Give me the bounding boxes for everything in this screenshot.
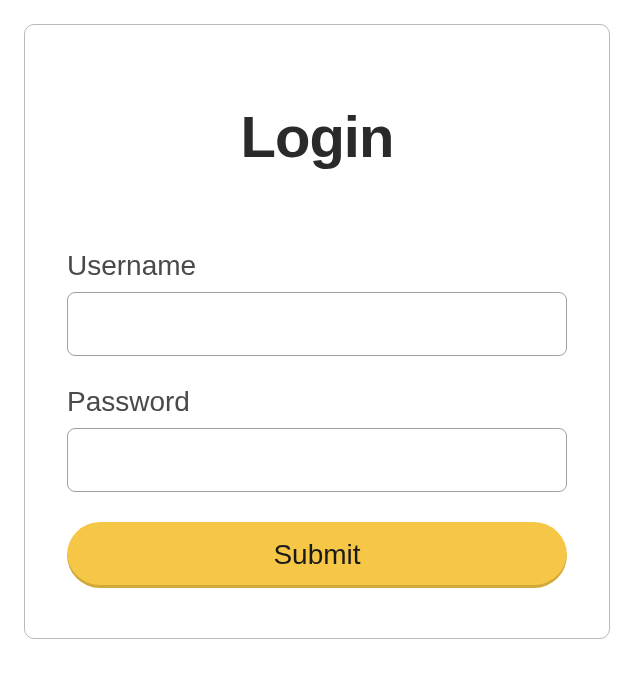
password-label: Password (67, 386, 567, 418)
username-label: Username (67, 250, 567, 282)
password-input[interactable] (67, 428, 567, 492)
submit-button[interactable]: Submit (67, 522, 567, 588)
page-title: Login (67, 103, 567, 170)
username-field: Username (67, 250, 567, 356)
password-field: Password (67, 386, 567, 492)
username-input[interactable] (67, 292, 567, 356)
login-card: Login Username Password Submit (24, 24, 610, 639)
